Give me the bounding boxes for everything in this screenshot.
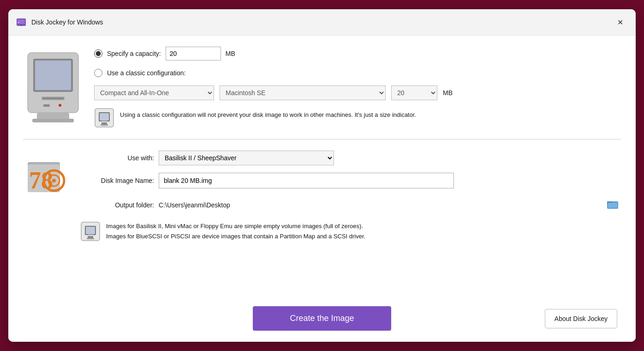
- svg-rect-11: [32, 119, 74, 122]
- output-folder-value: C:\Users\jeanmi\Desktop: [159, 201, 600, 209]
- close-button[interactable]: ✕: [612, 14, 628, 30]
- category-select[interactable]: Compact and All-In-One Tower and Desktop…: [94, 85, 214, 100]
- info-icon: [94, 108, 114, 128]
- svg-point-25: [52, 179, 56, 182]
- browse-folder-button[interactable]: [604, 196, 621, 214]
- top-section: Specify a capacity: MB Use a classic con…: [23, 47, 621, 128]
- bottom-info-box: Images for Basilisk II, Mini vMac or Flo…: [80, 221, 621, 242]
- config-size-unit: MB: [443, 89, 453, 97]
- info-icon-2: [80, 221, 101, 242]
- disk-image-name-input[interactable]: [159, 173, 454, 188]
- disk-image-name-label: Disk Image Name:: [80, 177, 154, 184]
- svg-rect-9: [42, 97, 64, 99]
- svg-rect-33: [87, 238, 94, 239]
- svg-rect-31: [86, 227, 95, 234]
- svg-rect-28: [608, 203, 617, 208]
- folder-icon: [606, 198, 619, 211]
- svg-rect-3: [18, 22, 19, 23]
- app-icon: [16, 17, 27, 28]
- main-content: Specify a capacity: MB Use a classic con…: [8, 36, 636, 293]
- size-select[interactable]: 20 40 80: [391, 85, 437, 100]
- svg-rect-19: [101, 121, 107, 121]
- config-dropdowns: Compact and All-In-One Tower and Desktop…: [94, 85, 621, 100]
- svg-point-13: [59, 104, 61, 107]
- titlebar: Disk Jockey for Windows ✕: [8, 9, 636, 36]
- bottom-info-line2: Images for BlueSCSI or PiSCSI are device…: [106, 231, 365, 242]
- bottom-section: 78 Use with: Basilisk II / SheepShaver M…: [23, 151, 621, 242]
- about-button[interactable]: About Disk Jockey: [545, 309, 617, 328]
- svg-rect-1: [18, 19, 25, 24]
- capacity-input[interactable]: [166, 47, 221, 61]
- specify-capacity-radio[interactable]: [94, 49, 102, 58]
- output-folder-row: Output folder: C:\Users\jeanmi\Desktop: [80, 196, 621, 214]
- bottom-info-line1: Images for Basilisk II, Mini vMac or Flo…: [106, 221, 365, 231]
- mac-illustration: [23, 50, 83, 124]
- disk-number-icon: 78: [25, 155, 67, 197]
- disk-image-name-row: Disk Image Name:: [80, 173, 621, 188]
- svg-rect-12: [43, 104, 50, 107]
- output-folder-label: Output folder:: [80, 201, 154, 209]
- specify-capacity-label[interactable]: Specify a capacity:: [107, 50, 161, 57]
- section-divider: [23, 139, 621, 139]
- app-window: Disk Jockey for Windows ✕: [8, 9, 636, 342]
- options-area: Specify a capacity: MB Use a classic con…: [94, 47, 621, 128]
- classic-config-radio[interactable]: [94, 69, 102, 77]
- disk-icon-area: 78: [23, 151, 69, 197]
- create-image-button[interactable]: Create the Image: [253, 306, 391, 331]
- classic-config-row: Use a classic configuration:: [94, 69, 621, 77]
- window-title: Disk Jockey for Windows: [31, 18, 607, 26]
- svg-rect-17: [101, 122, 107, 124]
- capacity-unit: MB: [226, 50, 235, 57]
- specify-capacity-row: Specify a capacity: MB: [94, 47, 621, 61]
- svg-rect-32: [88, 236, 93, 238]
- actions-bar: Create the Image About Disk Jockey: [8, 293, 636, 342]
- use-with-row: Use with: Basilisk II / SheepShaver Mini…: [80, 151, 621, 165]
- classic-config-label[interactable]: Use a classic configuration:: [107, 69, 185, 77]
- svg-rect-18: [101, 124, 108, 126]
- svg-point-2: [21, 25, 22, 26]
- svg-rect-34: [88, 234, 93, 235]
- classic-info-text: Using a classic configuration will not p…: [120, 108, 416, 120]
- mac-svg: [23, 50, 83, 124]
- use-with-select[interactable]: Basilisk II / SheepShaver Mini vMac Blue…: [159, 151, 334, 165]
- svg-rect-16: [100, 113, 109, 121]
- form-area: Use with: Basilisk II / SheepShaver Mini…: [80, 151, 621, 242]
- use-with-label: Use with:: [80, 154, 154, 162]
- classic-info-box: Using a classic configuration will not p…: [94, 108, 621, 128]
- svg-rect-7: [35, 61, 71, 90]
- model-select[interactable]: Macintosh SE Macintosh 128K Macintosh Pl…: [220, 85, 386, 100]
- bottom-info-text: Images for Basilisk II, Mini vMac or Flo…: [106, 221, 365, 242]
